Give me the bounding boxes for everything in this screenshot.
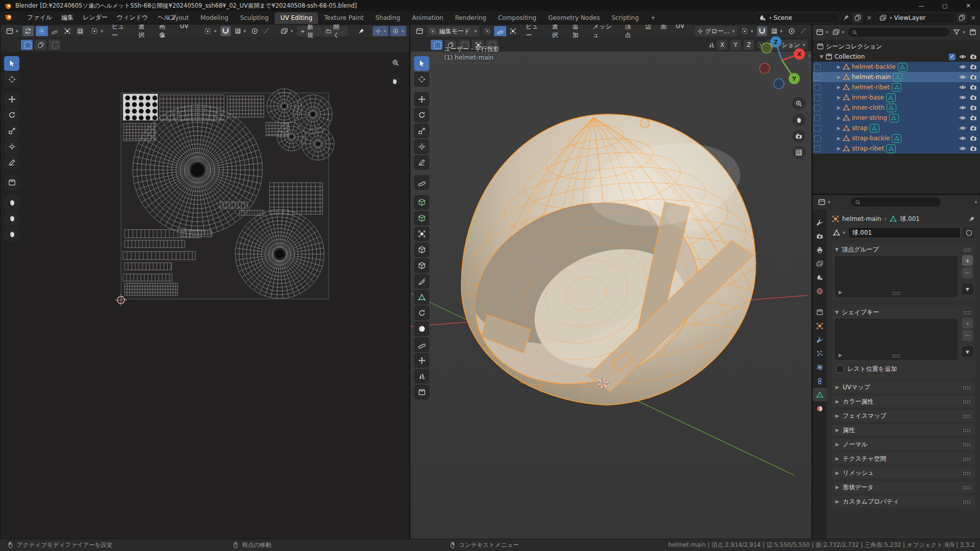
workspace-tab-compositing[interactable]: Compositing bbox=[493, 12, 542, 24]
properties-tab-physics[interactable] bbox=[813, 360, 827, 374]
uv-pin-button[interactable] bbox=[355, 26, 367, 36]
workspace-tab-uv-editing[interactable]: UV Editing bbox=[275, 12, 318, 24]
workspace-tab-shading[interactable]: Shading bbox=[370, 12, 406, 24]
collapsed-panel-item[interactable]: ▶ カラー属性 bbox=[832, 396, 975, 407]
panel-grip[interactable] bbox=[963, 311, 972, 314]
uv-select-mode-new-button[interactable] bbox=[21, 40, 33, 50]
tool-cursor-3d-button[interactable] bbox=[414, 72, 429, 87]
tool-select-box-button[interactable] bbox=[414, 56, 429, 71]
edit-mode-icon[interactable] bbox=[814, 125, 821, 132]
workspace-tab-geometry-nodes[interactable]: Geometry Nodes bbox=[543, 12, 605, 24]
outliner-object-row-strap[interactable]: ▶ strap bbox=[813, 123, 980, 133]
mirror-x-toggle[interactable]: X bbox=[717, 40, 727, 50]
disable-in-renders-icon[interactable] bbox=[970, 135, 977, 142]
workspace-tab-rendering[interactable]: Rendering bbox=[449, 12, 492, 24]
outliner-filter-dropdown[interactable]: ▾ bbox=[952, 27, 966, 37]
panel-grip[interactable] bbox=[963, 471, 971, 475]
list-resize-grip[interactable] bbox=[892, 354, 901, 358]
panel-grip[interactable] bbox=[963, 443, 971, 446]
main-menu-item-3[interactable]: ウィンドウ bbox=[112, 12, 153, 23]
uv-select-vertex-button[interactable] bbox=[36, 26, 48, 36]
tool-extrude-region-button[interactable] bbox=[414, 211, 429, 226]
tool-bevel-button[interactable] bbox=[414, 242, 429, 257]
collapsed-panel-item[interactable]: ▶ カスタムプロパティ bbox=[832, 496, 975, 507]
mirror-y-toggle[interactable]: Y bbox=[730, 40, 741, 50]
breadcrumb-data[interactable]: 球.001 bbox=[900, 215, 920, 223]
properties-editor-type-button[interactable]: ▾ bbox=[816, 197, 833, 207]
mirror-icon[interactable] bbox=[708, 41, 715, 48]
mode-dropdown[interactable]: 編集モード▾ bbox=[427, 26, 479, 36]
uv-gizmos-toggle[interactable]: ▾ bbox=[373, 26, 389, 36]
scene-selector[interactable]: ▾ Scene bbox=[755, 12, 839, 23]
edit-mode-icon[interactable] bbox=[814, 135, 821, 142]
tool-edge-slide-button[interactable] bbox=[414, 337, 429, 352]
uv-new-image-button[interactable]: ＋ 新規 bbox=[297, 26, 322, 36]
properties-tab-tool[interactable] bbox=[813, 215, 827, 229]
hide-in-viewport-icon[interactable] bbox=[959, 114, 966, 121]
tool-transform-button[interactable] bbox=[4, 139, 19, 154]
workspace-tab-scripting[interactable]: Scripting bbox=[606, 12, 644, 24]
properties-tab-material[interactable] bbox=[813, 402, 827, 415]
object-name[interactable]: helmet-ribet bbox=[852, 84, 890, 91]
breadcrumb-object[interactable]: helmet-main bbox=[842, 215, 881, 222]
panel-grip[interactable] bbox=[963, 248, 972, 252]
uv-select-mode-subtract-button[interactable] bbox=[48, 40, 60, 50]
outliner-display-mode-dropdown[interactable]: ▾ bbox=[815, 27, 829, 37]
uv-proportional-falloff-dropdown[interactable] bbox=[261, 26, 272, 36]
tool-pinch-button[interactable] bbox=[4, 227, 19, 241]
gizmo-axis-x-negative[interactable] bbox=[760, 63, 770, 73]
properties-tab-particles[interactable] bbox=[813, 346, 827, 360]
hide-in-viewport-icon[interactable] bbox=[959, 135, 966, 142]
viewlayer-selector[interactable]: ▾ ViewLayer bbox=[876, 12, 954, 23]
main-menu-item-1[interactable]: 編集 bbox=[57, 12, 78, 23]
disable-in-renders-icon[interactable] bbox=[970, 94, 977, 101]
uv-snap-target-dropdown[interactable]: ▾ bbox=[232, 26, 249, 36]
add-shape-key-button[interactable]: ＋ bbox=[962, 318, 973, 329]
tool-transform-button[interactable] bbox=[414, 139, 429, 154]
uv-proportional-edit-toggle[interactable] bbox=[250, 26, 260, 36]
collapsed-panel-item[interactable]: ▶ テクスチャ空間 bbox=[832, 453, 975, 464]
hide-in-viewport-icon[interactable] bbox=[959, 53, 966, 60]
app-menu-button[interactable] bbox=[4, 13, 12, 21]
tool-rip-region-button[interactable] bbox=[4, 175, 19, 190]
disclosure-triangle-icon[interactable]: ▶ bbox=[837, 126, 841, 131]
panel-grip[interactable] bbox=[963, 486, 971, 489]
workspace-tab-texture-paint[interactable]: Texture Paint bbox=[318, 12, 369, 24]
add-vertex-group-button[interactable]: ＋ bbox=[962, 255, 973, 266]
outliner-object-row-inner-string[interactable]: ▶ inner-string bbox=[813, 113, 980, 123]
uv-select-face-button[interactable] bbox=[61, 26, 74, 36]
edit-mode-icon[interactable] bbox=[814, 74, 821, 81]
panel-grip[interactable] bbox=[963, 457, 971, 461]
object-name[interactable]: helmet-backle bbox=[852, 63, 896, 70]
tool-annotate-button[interactable] bbox=[4, 155, 19, 170]
tool-shrink-fatten-button[interactable] bbox=[414, 353, 429, 368]
list-resize-grip[interactable] bbox=[892, 291, 901, 295]
object-name[interactable]: inner-cloth bbox=[852, 104, 885, 111]
uv-select-mode-extend-button[interactable] bbox=[35, 40, 46, 50]
workspace-tab-layout[interactable]: Layout bbox=[162, 12, 194, 24]
object-name[interactable]: inner-string bbox=[852, 114, 887, 121]
hide-in-viewport-icon[interactable] bbox=[959, 124, 966, 132]
uv-pan-button[interactable] bbox=[388, 74, 401, 88]
uv-snap-toggle[interactable] bbox=[220, 26, 231, 36]
edit-mode-icon[interactable] bbox=[814, 94, 821, 101]
collapsed-panel-item[interactable]: ▶ ノーマル bbox=[832, 439, 975, 450]
disable-in-renders-icon[interactable] bbox=[970, 114, 977, 121]
properties-tab-view-layer[interactable] bbox=[813, 257, 827, 270]
collapsed-panel-item[interactable]: ▶ 属性 bbox=[832, 424, 975, 436]
mirror-z-toggle[interactable]: Z bbox=[744, 40, 754, 50]
object-name[interactable]: strap bbox=[852, 124, 868, 132]
new-collection-button[interactable] bbox=[968, 27, 977, 37]
vertex-groups-list[interactable]: ▶ bbox=[835, 256, 958, 297]
main-menu-item-2[interactable]: レンダー bbox=[78, 12, 112, 23]
uv-editor-type-button[interactable]: ▾ bbox=[4, 26, 21, 36]
remove-vertex-group-button[interactable]: − bbox=[962, 267, 973, 278]
uv-canvas[interactable] bbox=[1, 51, 409, 540]
tool-grab-button[interactable] bbox=[4, 195, 19, 210]
fake-user-shield-button[interactable] bbox=[963, 228, 975, 238]
delete-scene-button[interactable]: × bbox=[865, 13, 874, 23]
mesh-datablock-dropdown[interactable]: ▾ bbox=[832, 228, 846, 238]
object-name[interactable]: strap-ribet bbox=[852, 145, 884, 152]
remove-shape-key-button[interactable]: − bbox=[962, 330, 973, 341]
tool-annotate-button[interactable] bbox=[414, 155, 429, 170]
